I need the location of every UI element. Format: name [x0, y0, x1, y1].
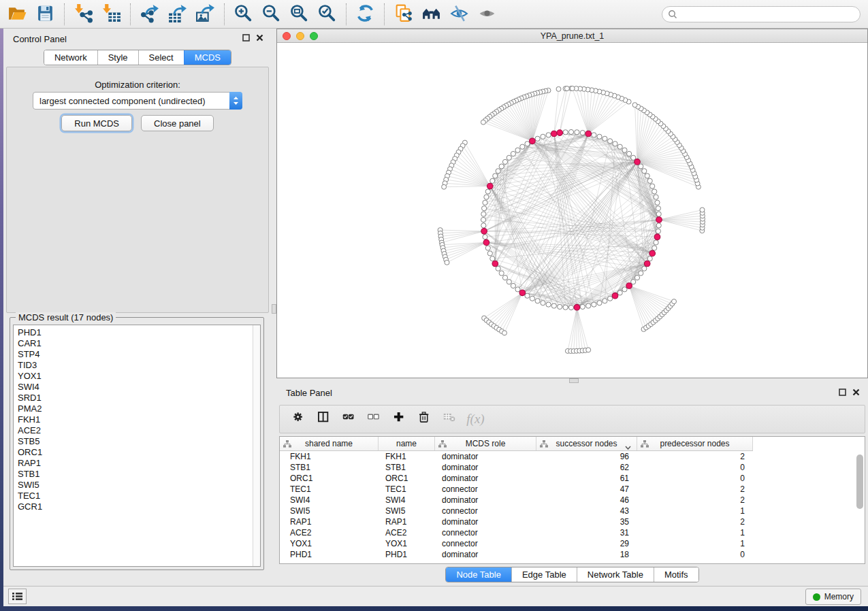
mcds-result-item[interactable]: ACE2: [18, 425, 42, 436]
deselect-all-button[interactable]: [362, 407, 387, 431]
hide-selected-button[interactable]: [446, 2, 472, 27]
search-icon: [668, 10, 677, 19]
table-row[interactable]: PHD1PHD1dominator180: [280, 549, 865, 560]
export-table-icon: [167, 3, 187, 25]
close-panel-icon[interactable]: [852, 389, 860, 396]
column-header-successor-nodes[interactable]: successor nodes: [536, 437, 637, 450]
mcds-result-list[interactable]: PHD1CAR1STP4TID3YOX1SWI4SRD1PMA2FKH1ACE2…: [13, 325, 261, 567]
mcds-result-item[interactable]: CAR1: [18, 338, 42, 349]
cell-name: PHD1: [379, 550, 435, 559]
list-scrollbar[interactable]: [253, 325, 260, 566]
column-header-predecessor-nodes[interactable]: predecessor nodes: [637, 437, 753, 450]
export-table-button[interactable]: [164, 2, 191, 27]
select-all-button[interactable]: [337, 407, 362, 431]
table-row[interactable]: RAP1RAP1dominator352: [280, 516, 865, 527]
tab-edge-table[interactable]: Edge Table: [511, 567, 577, 582]
cell-predecessor-nodes: 1: [637, 539, 753, 548]
cell-MCDS-role: dominator: [435, 550, 536, 559]
first-neighbors-button[interactable]: [418, 2, 445, 27]
table-scrollbar[interactable]: [856, 455, 863, 509]
table-row[interactable]: YOX1YOX1connector291: [280, 538, 865, 549]
network-canvas[interactable]: [277, 44, 867, 378]
table-row[interactable]: TEC1TEC1connector472: [280, 484, 865, 495]
float-panel-icon[interactable]: [839, 389, 846, 396]
tab-select[interactable]: Select: [138, 50, 184, 65]
delete-column-button[interactable]: [413, 407, 438, 431]
tab-motifs[interactable]: Motifs: [654, 567, 698, 582]
tab-style[interactable]: Style: [97, 50, 138, 65]
add-column-button[interactable]: [387, 407, 413, 431]
mcds-result-item[interactable]: GCR1: [18, 501, 42, 512]
zoom-selected-button[interactable]: [314, 2, 340, 27]
criterion-dropdown[interactable]: largest connected component (undirected): [33, 92, 242, 110]
mcds-result-item[interactable]: FKH1: [18, 414, 42, 425]
tab-mcds[interactable]: MCDS: [184, 50, 231, 65]
import-table-icon: [101, 3, 121, 25]
zoom-in-button[interactable]: [230, 2, 257, 27]
run-mcds-button[interactable]: Run MCDS: [61, 115, 132, 131]
mcds-result-item[interactable]: SRD1: [18, 393, 42, 403]
search-box[interactable]: [662, 6, 861, 22]
table-row[interactable]: ORC1ORC1dominator610: [280, 473, 865, 484]
mcds-result-item[interactable]: YOX1: [18, 371, 42, 382]
open-file-button[interactable]: [4, 2, 31, 27]
mcds-result-item[interactable]: TID3: [18, 360, 42, 371]
cell-MCDS-role: dominator: [435, 517, 536, 527]
tab-network[interactable]: Network: [44, 50, 97, 65]
close-panel-icon[interactable]: [256, 34, 263, 42]
save-icon: [35, 3, 55, 25]
column-header-MCDS-role[interactable]: MCDS role: [435, 437, 536, 450]
task-history-button[interactable]: [8, 589, 27, 604]
export-image-button[interactable]: [192, 2, 219, 27]
mcds-result-item[interactable]: ORC1: [18, 447, 42, 458]
memory-button[interactable]: Memory: [805, 589, 861, 605]
mcds-result-item[interactable]: PHD1: [18, 327, 42, 338]
mcds-result-item[interactable]: STB1: [18, 469, 42, 480]
table-row[interactable]: STB1STB1dominator620: [280, 462, 865, 473]
criterion-value: largest connected component (undirected): [33, 96, 230, 106]
zoom-out-icon: [261, 3, 281, 25]
mcds-result-item[interactable]: STP4: [18, 349, 42, 360]
table-row[interactable]: ACE2ACE2connector311: [280, 527, 865, 538]
mcds-result-item[interactable]: TEC1: [18, 491, 42, 501]
mcds-result-item[interactable]: SWI4: [18, 382, 42, 393]
zoom-selected-icon: [317, 3, 337, 25]
close-panel-button[interactable]: Close panel: [141, 115, 214, 131]
save-session-button[interactable]: [32, 2, 59, 27]
zoom-out-button[interactable]: [258, 2, 285, 27]
show-all-button[interactable]: [474, 2, 500, 27]
mcds-result-item[interactable]: STB5: [18, 436, 42, 447]
column-header-name[interactable]: name: [379, 437, 435, 450]
tab-network-table[interactable]: Network Table: [577, 567, 654, 582]
table-row[interactable]: SWI5SWI5connector431: [280, 506, 865, 516]
mcds-result-item[interactable]: PMA2: [18, 403, 42, 414]
column-header-shared-name[interactable]: shared name: [280, 437, 379, 450]
optimization-label: Optimization criterion:: [7, 80, 268, 90]
vertical-splitter[interactable]: [272, 29, 276, 586]
zoom-fit-button[interactable]: [286, 2, 312, 27]
mcds-result-item[interactable]: RAP1: [18, 458, 42, 469]
cell-predecessor-nodes: 2: [637, 495, 753, 505]
float-panel-icon[interactable]: [242, 34, 250, 42]
export-image-icon: [195, 3, 215, 25]
export-network-button[interactable]: [136, 2, 163, 27]
table-row[interactable]: SWI4SWI4dominator462: [280, 495, 865, 506]
cell-successor-nodes: 46: [536, 495, 637, 505]
horizontal-splitter[interactable]: [276, 378, 868, 383]
status-bar: Memory: [3, 586, 868, 606]
show-columns-button[interactable]: [312, 407, 337, 431]
table-settings-button[interactable]: [287, 407, 312, 431]
table-row[interactable]: FKH1FKH1dominator962: [280, 451, 865, 462]
cell-shared-name: STB1: [280, 463, 379, 472]
import-network-button[interactable]: [70, 2, 97, 27]
export-network-icon: [140, 3, 159, 25]
mcds-result-item[interactable]: SWI5: [18, 480, 42, 491]
refresh-view-button[interactable]: [352, 2, 379, 27]
tab-node-table[interactable]: Node Table: [446, 567, 511, 582]
table-panel: Table Panel f(x) shared namenameMCDS rol…: [276, 383, 868, 586]
desktop-background: Control Panel NetworkStyleSelectMCDS Opt…: [0, 0, 868, 611]
cell-successor-nodes: 35: [536, 517, 637, 527]
import-table-button[interactable]: [98, 2, 125, 27]
copy-network-button[interactable]: [390, 2, 417, 27]
column-label: MCDS role: [466, 439, 506, 448]
